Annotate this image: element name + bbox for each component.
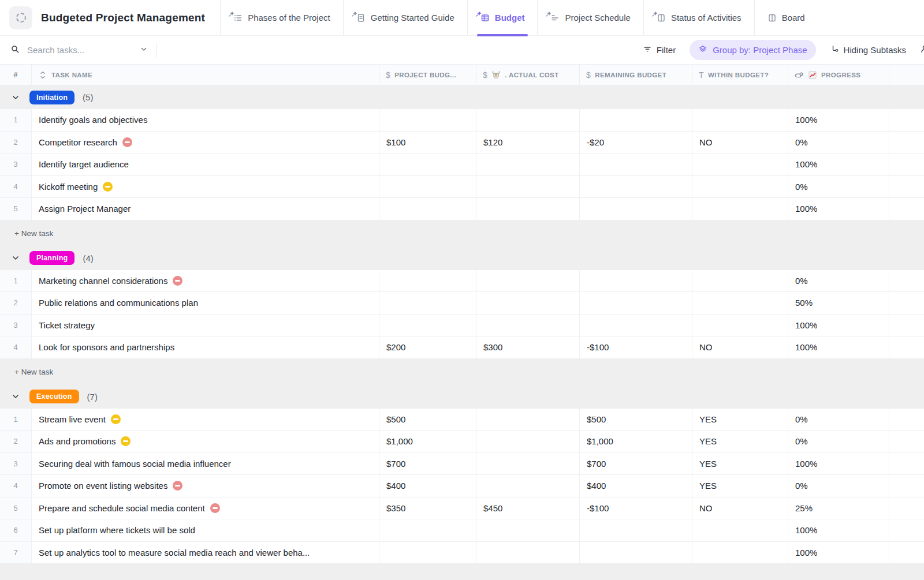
actual-cost-cell[interactable]: [476, 176, 580, 198]
project-budget-cell[interactable]: [379, 519, 476, 541]
task-name-cell[interactable]: Identify target audience: [32, 154, 379, 175]
column-header-progress[interactable]: PROGRESS: [788, 65, 889, 85]
column-header-actual-cost[interactable]: $. ACTUAL COST: [476, 65, 580, 85]
remaining-budget-cell[interactable]: $500: [580, 409, 692, 431]
project-budget-cell[interactable]: $700: [379, 453, 476, 475]
progress-cell[interactable]: 100%: [788, 154, 889, 175]
search-input[interactable]: [26, 44, 133, 55]
actual-cost-cell[interactable]: $120: [476, 132, 580, 154]
progress-cell[interactable]: 100%: [788, 109, 889, 131]
task-name-cell[interactable]: Ticket strategy: [32, 315, 379, 336]
task-row[interactable]: 5Assign Project Manager100%: [0, 198, 924, 220]
task-name-cell[interactable]: Prepare and schedule social media conten…: [32, 497, 379, 519]
task-row[interactable]: 1Identify goals and objectives100%: [0, 109, 924, 132]
group-badge-initiation[interactable]: Initiation: [29, 91, 74, 104]
task-row[interactable]: 3Ticket strategy100%: [0, 315, 924, 337]
progress-cell[interactable]: 100%: [788, 336, 889, 358]
task-row[interactable]: 1Marketing channel considerations0%: [0, 270, 924, 293]
actual-cost-cell[interactable]: [476, 475, 580, 497]
tab-budget[interactable]: Budget: [467, 0, 538, 35]
within-budget-cell[interactable]: [692, 270, 788, 292]
actual-cost-cell[interactable]: [476, 315, 580, 336]
within-budget-cell[interactable]: [692, 109, 788, 131]
actual-cost-cell[interactable]: [476, 270, 580, 292]
project-budget-cell[interactable]: [379, 292, 476, 314]
project-budget-cell[interactable]: $400: [379, 475, 476, 497]
task-row[interactable]: 4Promote on event listing websites$400$4…: [0, 475, 924, 497]
task-row[interactable]: 2Ads and promotions$1,000$1,000YES0%: [0, 431, 924, 453]
group-collapse-chevron-icon[interactable]: [10, 92, 21, 103]
actual-cost-cell[interactable]: $300: [476, 336, 580, 358]
actual-cost-cell[interactable]: [476, 519, 580, 541]
task-name-cell[interactable]: Promote on event listing websites: [32, 475, 379, 497]
within-budget-cell[interactable]: [692, 198, 788, 220]
remaining-budget-cell[interactable]: -$20: [580, 132, 692, 154]
task-name-cell[interactable]: Assign Project Manager: [32, 198, 379, 220]
group-collapse-chevron-icon[interactable]: [10, 252, 21, 264]
tab-project-schedule[interactable]: Project Schedule: [537, 0, 643, 35]
task-name-cell[interactable]: Securing deal with famous social media i…: [32, 453, 379, 475]
task-name-cell[interactable]: Stream live event: [32, 409, 379, 431]
within-budget-cell[interactable]: NO: [692, 336, 788, 358]
progress-cell[interactable]: 50%: [788, 292, 889, 314]
search-box[interactable]: [10, 44, 148, 56]
progress-cell[interactable]: 100%: [788, 315, 889, 336]
group-by-button[interactable]: Group by: Project Phase: [690, 40, 815, 60]
column-header-num[interactable]: #: [0, 65, 32, 85]
tab-board[interactable]: Board: [754, 0, 818, 35]
remaining-budget-cell[interactable]: [580, 176, 692, 198]
task-name-cell[interactable]: Competitor research: [32, 132, 379, 154]
project-budget-cell[interactable]: [379, 270, 476, 292]
project-budget-cell[interactable]: [379, 198, 476, 220]
remaining-budget-cell[interactable]: [580, 109, 692, 131]
actual-cost-cell[interactable]: [476, 431, 580, 452]
actual-cost-cell[interactable]: [476, 453, 580, 475]
tab-getting-started-guide[interactable]: Getting Started Guide: [343, 0, 467, 35]
progress-cell[interactable]: 100%: [788, 198, 889, 220]
progress-cell[interactable]: 0%: [788, 409, 889, 431]
within-budget-cell[interactable]: YES: [692, 431, 788, 452]
task-name-cell[interactable]: Look for sponsors and partnerships: [32, 336, 379, 358]
tab-status-of-activities[interactable]: Status of Activities: [643, 0, 754, 35]
progress-cell[interactable]: 0%: [788, 270, 889, 292]
task-row[interactable]: 3Identify target audience100%: [0, 154, 924, 176]
new-task-button[interactable]: + New task: [14, 229, 53, 238]
within-budget-cell[interactable]: [692, 176, 788, 198]
task-row[interactable]: 1Stream live event$500$500YES0%: [0, 409, 924, 431]
list-status-button[interactable]: [9, 6, 32, 29]
task-row[interactable]: 7Set up analytics tool to measure social…: [0, 542, 924, 564]
task-row[interactable]: 6Set up platform where tickets will be s…: [0, 519, 924, 542]
actual-cost-cell[interactable]: [476, 154, 580, 175]
hiding-subtasks-button[interactable]: Hiding Subtasks: [830, 44, 906, 55]
progress-cell[interactable]: 0%: [788, 475, 889, 497]
task-name-cell[interactable]: Identify goals and objectives: [32, 109, 379, 131]
progress-cell[interactable]: 0%: [788, 176, 889, 198]
project-budget-cell[interactable]: [379, 109, 476, 131]
assignee-filter-button[interactable]: [920, 44, 924, 56]
actual-cost-cell[interactable]: $450: [476, 497, 580, 519]
task-name-cell[interactable]: Ads and promotions: [32, 431, 379, 452]
task-name-cell[interactable]: Set up analytics tool to measure social …: [32, 542, 379, 564]
within-budget-cell[interactable]: [692, 519, 788, 541]
remaining-budget-cell[interactable]: [580, 315, 692, 336]
actual-cost-cell[interactable]: [476, 198, 580, 220]
project-budget-cell[interactable]: [379, 315, 476, 336]
group-badge-planning[interactable]: Planning: [29, 251, 74, 265]
remaining-budget-cell[interactable]: -$100: [580, 336, 692, 358]
task-row[interactable]: 4Look for sponsors and partnerships$200$…: [0, 336, 924, 359]
progress-cell[interactable]: 100%: [788, 542, 889, 564]
remaining-budget-cell[interactable]: -$100: [580, 497, 692, 519]
column-header-task-name[interactable]: TASK NAME: [32, 65, 379, 85]
progress-cell[interactable]: 0%: [788, 431, 889, 452]
project-budget-cell[interactable]: [379, 542, 476, 564]
remaining-budget-cell[interactable]: $400: [580, 475, 692, 497]
group-badge-execution[interactable]: Execution: [29, 390, 79, 403]
task-name-cell[interactable]: Kickoff meeting: [32, 176, 379, 198]
remaining-budget-cell[interactable]: $1,000: [580, 431, 692, 452]
within-budget-cell[interactable]: [692, 542, 788, 564]
progress-cell[interactable]: 100%: [788, 519, 889, 541]
project-budget-cell[interactable]: [379, 154, 476, 175]
remaining-budget-cell[interactable]: [580, 270, 692, 292]
progress-cell[interactable]: 25%: [788, 497, 889, 519]
task-row[interactable]: 4Kickoff meeting0%: [0, 176, 924, 199]
